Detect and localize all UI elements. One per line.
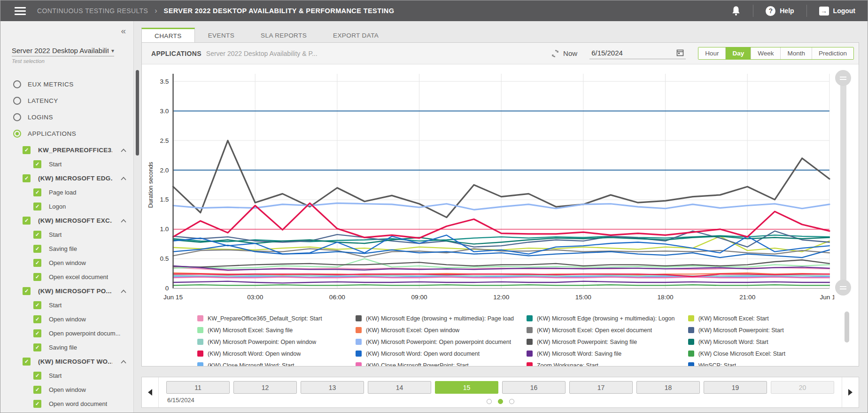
slider-handle-bottom[interactable]	[835, 280, 851, 296]
tab-charts[interactable]: CHARTS	[141, 28, 195, 43]
breadcrumb-root[interactable]: CONTINUOUS TESTING RESULTS	[37, 7, 148, 15]
range-button-hour[interactable]: Hour	[698, 47, 725, 59]
tree-item-kw-microsoft-exc-start[interactable]: Start	[0, 227, 133, 242]
tree-group-kw-microsoft-edg[interactable]: (KW) MICROSOFT EDG...	[0, 171, 133, 185]
refresh-now-button[interactable]: Now	[551, 49, 577, 58]
help-button[interactable]: ? Help	[753, 0, 806, 21]
day-button-13[interactable]: 13	[301, 381, 364, 394]
tree-item-kw-microsoft-wo-start[interactable]: Start	[0, 368, 133, 382]
checkbox-checked-icon[interactable]	[33, 372, 41, 380]
legend-item-kw-close-microsoft-excel-start[interactable]: (KW) Close Microsoft Excel: Start	[688, 348, 830, 359]
tree-item-kw-microsoft-wo-open-word-document[interactable]: Open word document	[0, 397, 133, 411]
tree-group-kw-microsoft-po[interactable]: (KW) MICROSOFT PO...	[0, 284, 133, 298]
sidebar-scrollbar[interactable]	[136, 70, 139, 156]
tab-export-data[interactable]: EXPORT DATA	[320, 28, 392, 42]
checkbox-checked-icon[interactable]	[23, 287, 31, 295]
checkbox-checked-icon[interactable]	[23, 174, 31, 182]
tree-item-kw-microsoft-edg-page-load[interactable]: Page load	[0, 185, 133, 199]
notifications-button[interactable]	[719, 0, 753, 21]
date-picker-input[interactable]: 6/15/2024	[589, 48, 686, 59]
chevron-up-icon[interactable]	[121, 219, 126, 222]
sidebar-item-eux-metrics[interactable]: EUX METRICS	[0, 76, 133, 93]
pager-dot-3[interactable]	[509, 399, 514, 404]
range-button-prediction[interactable]: Prediction	[812, 47, 853, 59]
tree-item-kw-prepareoffice3-start[interactable]: Start	[0, 157, 133, 171]
legend-item-kw-microsoft-edge-browsing-multimedia-page-load[interactable]: (KW) Microsoft Edge (browsing + multimed…	[356, 312, 527, 324]
tree-group-kw-microsoft-wo[interactable]: (KW) MICROSOFT WO...	[0, 354, 133, 368]
checkbox-checked-icon[interactable]	[23, 217, 31, 225]
chevron-up-icon[interactable]	[121, 289, 126, 293]
sidebar-item-logins[interactable]: LOGINS	[0, 109, 133, 125]
logout-button[interactable]: → Logout	[807, 0, 868, 21]
checkbox-checked-icon[interactable]	[33, 315, 41, 323]
range-button-day[interactable]: Day	[725, 47, 751, 59]
chart-zoom-slider[interactable]	[835, 70, 851, 296]
checkbox-checked-icon[interactable]	[33, 245, 41, 253]
tree-item-kw-microsoft-exc-open-excel-document[interactable]: Open excel document	[0, 270, 133, 284]
legend-item-kw-microsoft-excel-open-window[interactable]: (KW) Microsoft Excel: Open window	[356, 324, 527, 336]
tree-item-kw-microsoft-po-open-powerpoint-docum[interactable]: Open powerpoint docum...	[0, 326, 133, 340]
checkbox-checked-icon[interactable]	[33, 203, 41, 210]
checkbox-checked-icon[interactable]	[33, 273, 41, 281]
checkbox-checked-icon[interactable]	[33, 343, 41, 351]
legend-item-kw-microsoft-excel-open-excel-document[interactable]: (KW) Microsoft Excel: Open excel documen…	[527, 324, 688, 336]
legend-item-kw-prepareoffice365-default-script-start[interactable]: KW_PrepareOffice365_Default_Script: Star…	[197, 312, 356, 324]
range-button-week[interactable]: Week	[751, 47, 780, 59]
checkbox-checked-icon[interactable]	[33, 160, 41, 168]
chevron-up-icon[interactable]	[121, 360, 126, 363]
sidebar-collapse-icon[interactable]: «	[121, 26, 126, 36]
legend-item-kw-close-microsoft-powerpoint-start[interactable]: (KW) Close Microsoft PowerPoint: Start	[356, 359, 527, 366]
legend-item-kw-microsoft-powerpoint-open-powerpoint-document[interactable]: (KW) Microsoft Powerpoint: Open powerpoi…	[356, 336, 527, 348]
checkbox-checked-icon[interactable]	[33, 386, 41, 394]
tree-item-kw-microsoft-exc-saving-file[interactable]: Saving file	[0, 242, 133, 256]
day-button-15[interactable]: 15	[435, 381, 498, 394]
slider-handle-top[interactable]	[835, 70, 851, 86]
tab-events[interactable]: EVENTS	[195, 28, 248, 42]
checkbox-checked-icon[interactable]	[23, 146, 31, 154]
pager-dot-2[interactable]	[498, 399, 503, 404]
tree-item-kw-microsoft-po-open-window[interactable]: Open window	[0, 312, 133, 326]
legend-item-kw-microsoft-word-open-word-document[interactable]: (KW) Microsoft Word: Open word document	[356, 348, 527, 359]
tree-item-kw-microsoft-edg-logon[interactable]: Logon	[0, 199, 133, 213]
sidebar-item-applications[interactable]: APPLICATIONS	[0, 125, 133, 142]
checkbox-checked-icon[interactable]	[33, 329, 41, 337]
checkbox-checked-icon[interactable]	[33, 259, 41, 267]
legend-item-winscp-start[interactable]: WinSCP: Start	[688, 359, 830, 366]
tree-group-kw-microsoft-exc[interactable]: (KW) MICROSOFT EXC...	[0, 213, 133, 227]
legend-scrollbar[interactable]	[845, 312, 849, 360]
checkbox-checked-icon[interactable]	[33, 231, 41, 239]
legend-item-kw-microsoft-powerpoint-saving-file[interactable]: (KW) Microsoft Powerpoint: Saving file	[527, 336, 688, 348]
tab-sla-reports[interactable]: SLA REPORTS	[248, 28, 320, 42]
chevron-up-icon[interactable]	[121, 177, 126, 180]
checkbox-checked-icon[interactable]	[33, 400, 41, 408]
legend-item-kw-microsoft-excel-start[interactable]: (KW) Microsoft Excel: Start	[688, 312, 830, 324]
sidebar-item-latency[interactable]: LATENCY	[0, 93, 133, 109]
pager-dot-1[interactable]	[487, 399, 492, 404]
tree-item-kw-microsoft-wo-open-window[interactable]: Open window	[0, 382, 133, 397]
day-button-12[interactable]: 12	[233, 381, 297, 394]
checkbox-checked-icon[interactable]	[33, 188, 41, 196]
legend-item-kw-microsoft-word-start[interactable]: (KW) Microsoft Word: Start	[688, 336, 830, 348]
day-button-14[interactable]: 14	[368, 381, 431, 394]
tree-item-kw-microsoft-exc-open-window[interactable]: Open window	[0, 256, 133, 270]
previous-page-arrow[interactable]	[142, 377, 159, 407]
day-button-17[interactable]: 17	[569, 381, 633, 394]
legend-item-kw-microsoft-powerpoint-open-window[interactable]: (KW) Microsoft Powerpoint: Open window	[197, 336, 356, 348]
tree-item-kw-microsoft-po-saving-file[interactable]: Saving file	[0, 340, 133, 354]
range-button-month[interactable]: Month	[780, 47, 812, 59]
legend-item-zoom-workspace-start[interactable]: Zoom Workspace: Start	[527, 359, 688, 366]
legend-item-kw-microsoft-excel-saving-file[interactable]: (KW) Microsoft Excel: Saving file	[197, 324, 356, 336]
legend-item-kw-microsoft-edge-browsing-multimedia-logon[interactable]: (KW) Microsoft Edge (browsing + multimed…	[527, 312, 688, 324]
checkbox-checked-icon[interactable]	[23, 358, 31, 366]
day-button-16[interactable]: 16	[502, 381, 566, 394]
legend-item-kw-microsoft-word-open-window[interactable]: (KW) Microsoft Word: Open window	[197, 348, 356, 359]
legend-item-kw-microsoft-word-saving-file[interactable]: (KW) Microsoft Word: Saving file	[527, 348, 688, 359]
legend-item-kw-microsoft-powerpoint-start[interactable]: (KW) Microsoft Powerpoint: Start	[688, 324, 830, 336]
day-button-11[interactable]: 11	[166, 381, 230, 394]
day-button-19[interactable]: 19	[704, 381, 767, 394]
menu-icon[interactable]	[15, 7, 26, 15]
tree-item-kw-microsoft-po-start[interactable]: Start	[0, 298, 133, 312]
next-page-arrow[interactable]	[842, 377, 859, 407]
checkbox-checked-icon[interactable]	[33, 301, 41, 309]
test-selection-dropdown[interactable]: Server 2022 Desktop Availabilit... ▾	[12, 47, 114, 56]
